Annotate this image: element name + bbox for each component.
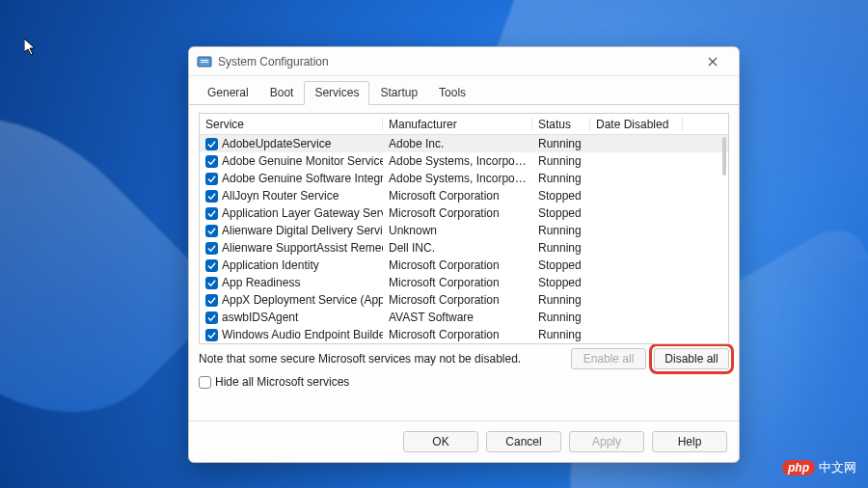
service-checkbox[interactable]: [205, 294, 218, 307]
tab-general[interactable]: General: [197, 81, 259, 105]
table-row[interactable]: Alienware SupportAssist Remedi...Dell IN…: [200, 239, 728, 257]
disable-all-button[interactable]: Disable all: [654, 348, 729, 369]
apply-button[interactable]: Apply: [569, 431, 644, 452]
table-row[interactable]: Adobe Genuine Monitor ServiceAdobe Syste…: [200, 152, 728, 170]
help-button[interactable]: Help: [652, 431, 727, 452]
ok-button[interactable]: OK: [403, 431, 478, 452]
service-name: App Readiness: [222, 276, 300, 289]
service-checkbox[interactable]: [205, 138, 218, 150]
app-icon: [197, 54, 212, 69]
service-checkbox[interactable]: [205, 329, 218, 341]
service-name: Application Layer Gateway Service: [222, 206, 383, 220]
scrollbar-thumb[interactable]: [722, 137, 726, 176]
service-name: AppX Deployment Service (AppX...: [222, 293, 383, 307]
service-manufacturer: Microsoft Corporation: [383, 206, 532, 220]
service-name: AdobeUpdateService: [222, 137, 331, 150]
service-checkbox[interactable]: [205, 312, 218, 324]
service-name: Adobe Genuine Software Integri...: [222, 172, 383, 185]
col-date-disabled[interactable]: Date Disabled: [590, 118, 683, 131]
table-row[interactable]: Application Layer Gateway ServiceMicroso…: [200, 204, 728, 222]
tab-content: Service Manufacturer Status Date Disable…: [189, 105, 739, 420]
table-row[interactable]: AllJoyn Router ServiceMicrosoft Corporat…: [200, 187, 728, 204]
service-name: Windows Audio Endpoint Builder: [222, 328, 383, 341]
hide-ms-checkbox[interactable]: [199, 376, 211, 389]
tab-tools[interactable]: Tools: [428, 81, 476, 105]
service-manufacturer: Dell INC.: [383, 241, 532, 255]
service-manufacturer: Microsoft Corporation: [383, 189, 532, 203]
svg-rect-2: [201, 62, 208, 63]
titlebar: System Configuration: [189, 47, 739, 76]
service-name: aswbIDSAgent: [222, 311, 298, 324]
watermark-text: 中文网: [819, 459, 856, 476]
service-status: Stopped: [532, 258, 590, 272]
service-checkbox[interactable]: [205, 207, 218, 220]
service-manufacturer: Adobe Systems, Incorpora...: [383, 154, 532, 168]
service-status: Stopped: [532, 206, 590, 220]
service-checkbox[interactable]: [205, 190, 218, 203]
service-checkbox[interactable]: [205, 259, 218, 272]
service-status: Running: [532, 154, 590, 168]
service-name: AllJoyn Router Service: [222, 189, 339, 203]
service-checkbox[interactable]: [205, 277, 218, 289]
enable-all-button[interactable]: Enable all: [571, 348, 646, 369]
service-manufacturer: Adobe Inc.: [383, 137, 532, 150]
services-table: Service Manufacturer Status Date Disable…: [199, 113, 729, 344]
service-manufacturer: Adobe Systems, Incorpora...: [383, 172, 532, 185]
note-text: Note that some secure Microsoft services…: [199, 352, 563, 366]
close-button[interactable]: [694, 47, 731, 75]
table-row[interactable]: Application IdentityMicrosoft Corporatio…: [200, 257, 728, 274]
service-name: Alienware SupportAssist Remedi...: [222, 241, 383, 255]
service-status: Running: [532, 137, 590, 150]
note-row: Note that some secure Microsoft services…: [199, 348, 729, 369]
service-name: Alienware Digital Delivery Services: [222, 224, 383, 237]
dialog-button-row: OK Cancel Apply Help: [189, 420, 739, 462]
col-status[interactable]: Status: [532, 118, 590, 131]
service-checkbox[interactable]: [205, 173, 218, 185]
service-manufacturer: Microsoft Corporation: [383, 328, 532, 341]
col-manufacturer[interactable]: Manufacturer: [383, 118, 532, 131]
service-checkbox[interactable]: [205, 155, 218, 168]
table-row[interactable]: App ReadinessMicrosoft CorporationStoppe…: [200, 274, 728, 291]
tab-startup[interactable]: Startup: [369, 81, 428, 105]
system-configuration-window: System Configuration General Boot Servic…: [188, 46, 740, 463]
watermark: php 中文网: [782, 459, 856, 476]
service-status: Stopped: [532, 276, 590, 289]
hide-ms-label[interactable]: Hide all Microsoft services: [215, 375, 349, 389]
service-status: Running: [532, 311, 590, 324]
table-row[interactable]: Alienware Digital Delivery ServicesUnkno…: [200, 222, 728, 239]
service-manufacturer: Microsoft Corporation: [383, 258, 532, 272]
window-title: System Configuration: [218, 55, 694, 68]
table-row[interactable]: aswbIDSAgentAVAST SoftwareRunning: [200, 309, 728, 326]
service-manufacturer: Microsoft Corporation: [383, 276, 532, 289]
tab-boot[interactable]: Boot: [259, 81, 305, 105]
watermark-badge: php: [782, 460, 815, 475]
svg-rect-1: [201, 60, 208, 61]
tab-strip: General Boot Services Startup Tools: [189, 76, 739, 105]
service-status: Running: [532, 293, 590, 307]
table-header: Service Manufacturer Status Date Disable…: [200, 114, 728, 135]
cancel-button[interactable]: Cancel: [486, 431, 561, 452]
service-status: Running: [532, 241, 590, 255]
col-service[interactable]: Service: [200, 118, 383, 131]
hide-ms-row: Hide all Microsoft services: [199, 375, 729, 389]
service-name: Application Identity: [222, 258, 319, 272]
service-manufacturer: Microsoft Corporation: [383, 293, 532, 307]
table-row[interactable]: Adobe Genuine Software Integri...Adobe S…: [200, 170, 728, 187]
service-manufacturer: Unknown: [383, 224, 532, 237]
service-status: Running: [532, 328, 590, 341]
tab-services[interactable]: Services: [304, 81, 369, 105]
table-row[interactable]: AppX Deployment Service (AppX...Microsof…: [200, 291, 728, 309]
service-status: Stopped: [532, 189, 590, 203]
service-status: Running: [532, 172, 590, 185]
table-body[interactable]: AdobeUpdateServiceAdobe Inc.RunningAdobe…: [200, 135, 728, 343]
service-manufacturer: AVAST Software: [383, 311, 532, 324]
table-row[interactable]: AdobeUpdateServiceAdobe Inc.Running: [200, 135, 728, 152]
service-checkbox[interactable]: [205, 225, 218, 237]
service-status: Running: [532, 224, 590, 237]
table-row[interactable]: Windows Audio Endpoint BuilderMicrosoft …: [200, 326, 728, 343]
service-name: Adobe Genuine Monitor Service: [222, 154, 383, 168]
service-checkbox[interactable]: [205, 242, 218, 255]
